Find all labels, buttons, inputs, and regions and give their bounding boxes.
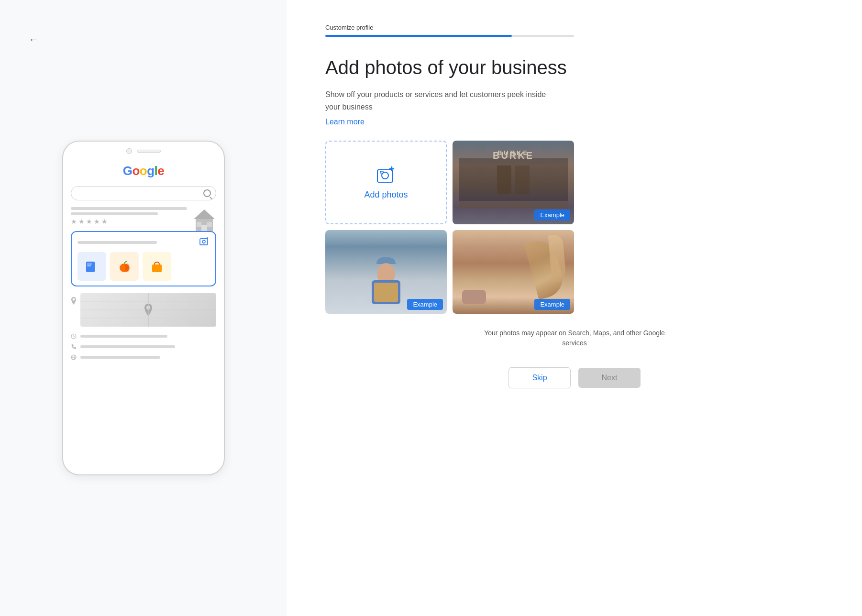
page-description: Show off your products or services and l… xyxy=(325,88,555,113)
photo-thumbnails xyxy=(77,252,210,281)
svg-marker-1 xyxy=(194,209,215,219)
page-heading: Add photos of your business xyxy=(325,56,593,79)
star-2: ★ xyxy=(78,218,85,225)
placeholder-line-1 xyxy=(71,207,187,210)
google-logo: Google xyxy=(71,164,216,178)
svg-rect-9 xyxy=(86,262,95,272)
photo-card xyxy=(71,231,216,286)
phone-content: Google ★ ★ ★ ★ ★ xyxy=(63,157,224,474)
svg-point-6 xyxy=(202,241,205,243)
phone-camera xyxy=(126,148,132,154)
info-row-phone xyxy=(71,344,216,350)
example-photo-delivery: Example xyxy=(325,230,447,314)
add-photos-box[interactable]: Add photos xyxy=(325,141,447,224)
skip-button[interactable]: Skip xyxy=(508,367,571,388)
right-panel: Customize profile Add photos of your bus… xyxy=(287,0,862,616)
card-title-line xyxy=(77,241,157,244)
svg-rect-10 xyxy=(87,264,92,264)
progress-section: Customize profile xyxy=(325,24,824,37)
footer-note: Your photos may appear on Search, Maps, … xyxy=(479,328,670,348)
add-photos-label: Add photos xyxy=(364,190,408,200)
phone-top-bar xyxy=(63,142,224,157)
svg-point-13 xyxy=(125,264,130,272)
buttons-row: Skip Next xyxy=(325,367,824,388)
phone-search-bar xyxy=(71,186,216,200)
add-photo-icon-small xyxy=(199,237,210,248)
svg-rect-11 xyxy=(87,265,91,266)
location-icon xyxy=(71,297,77,305)
phone-icon xyxy=(71,344,77,350)
search-icon xyxy=(203,189,211,197)
thumb-3 xyxy=(143,252,171,281)
star-5: ★ xyxy=(101,218,108,225)
back-button[interactable]: ← xyxy=(29,33,39,46)
thumb-2 xyxy=(110,252,139,281)
clock-icon xyxy=(71,333,77,339)
info-rows xyxy=(71,332,216,360)
info-row-hours xyxy=(71,333,216,339)
add-photo-camera-icon xyxy=(376,165,397,184)
info-row-website xyxy=(71,354,216,360)
svg-rect-24 xyxy=(377,170,393,182)
svg-rect-5 xyxy=(200,239,208,245)
learn-more-link[interactable]: Learn more xyxy=(325,118,824,126)
example-photo-hair: Example xyxy=(453,230,574,314)
example-badge-hair: Example xyxy=(534,299,570,310)
progress-bar-container xyxy=(325,35,574,37)
example-badge-delivery: Example xyxy=(407,299,443,310)
progress-bar-fill xyxy=(325,35,512,37)
next-button[interactable]: Next xyxy=(578,368,641,388)
map-area xyxy=(71,293,216,327)
map-grid xyxy=(80,293,216,327)
star-4: ★ xyxy=(94,218,100,225)
photo-card-header xyxy=(77,237,210,248)
thumb-1 xyxy=(77,252,106,281)
svg-rect-15 xyxy=(152,264,162,272)
example-photo-burke: BURKE Example xyxy=(453,141,574,224)
phone-speaker xyxy=(137,150,161,153)
star-3: ★ xyxy=(86,218,92,225)
svg-rect-4 xyxy=(207,222,212,227)
svg-rect-3 xyxy=(197,222,201,227)
svg-rect-28 xyxy=(380,171,383,173)
progress-label: Customize profile xyxy=(325,24,824,31)
placeholder-line-2 xyxy=(71,212,158,215)
star-1: ★ xyxy=(71,218,77,225)
web-icon xyxy=(71,354,77,360)
phone-mockup: Google ★ ★ ★ ★ ★ xyxy=(62,141,225,475)
example-badge-burke: Example xyxy=(534,209,570,220)
photo-grid: Add photos BURKE Example xyxy=(325,141,574,314)
